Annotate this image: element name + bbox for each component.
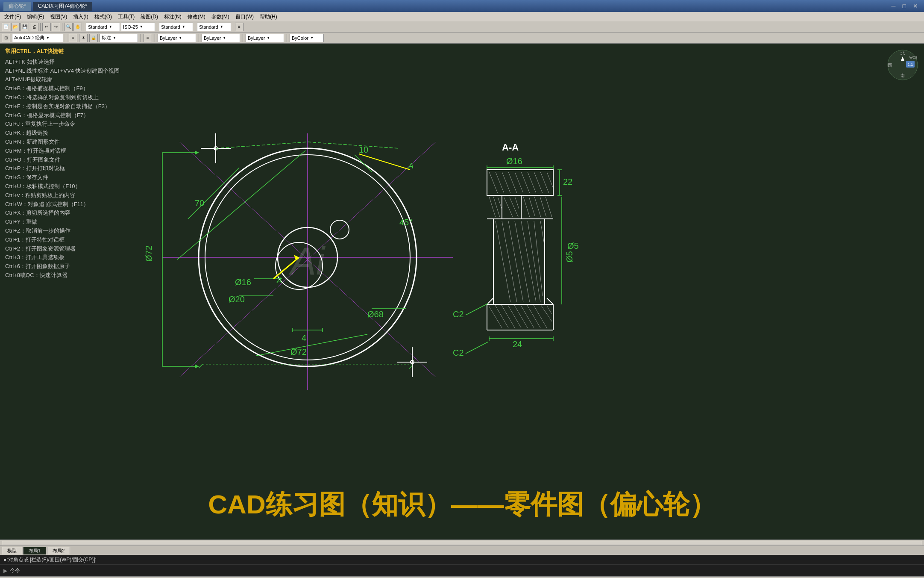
workspace-btn[interactable]: ⊞ <box>2 34 10 42</box>
svg-text:24: 24 <box>513 339 522 349</box>
menu-tools[interactable]: 工具(T) <box>115 13 137 21</box>
svg-text:1:1: 1:1 <box>908 62 913 67</box>
bylayer-dropdown1[interactable]: ByLayer <box>158 34 196 42</box>
nav-cube[interactable]: 北 南 西 1:1 WCS <box>886 48 920 82</box>
command-prompt: ●:对角点或 [栏选(F)/圈围(WP)/圈交(CP)]: <box>3 556 97 563</box>
menu-params[interactable]: 参数(M) <box>209 13 232 21</box>
workspace-dropdown[interactable]: AutoCAD 经典 <box>12 34 63 42</box>
layout2-tab[interactable]: 布局2 <box>47 547 70 554</box>
svg-rect-8 <box>0 99 924 484</box>
svg-text:A: A <box>408 162 414 170</box>
layout-tabs: 模型 布局1 布局2 <box>0 546 924 555</box>
maximize-button[interactable]: □ <box>900 3 909 9</box>
hscrollbar-area <box>0 540 924 546</box>
layer-lock-btn[interactable]: 🔒 <box>89 34 98 42</box>
bylayer-dropdown2[interactable]: ByLayer <box>202 34 240 42</box>
menu-insert[interactable]: 插入(I) <box>70 13 91 21</box>
svg-text:Ø16: Ø16 <box>235 277 251 287</box>
svg-text:A-A: A-A <box>502 142 519 153</box>
close-button[interactable]: ✕ <box>910 3 921 9</box>
undo-btn[interactable]: ↩ <box>42 23 51 31</box>
bottom-toolbar: ▦ ⊞ ◈ ⊥ ◎ ⋈ ⊹ ⌖ ◆ ▬ ? 1:1 ⚙ <box>0 576 924 578</box>
svg-text:西: 西 <box>888 63 892 68</box>
new-btn[interactable]: 📄 <box>2 23 10 31</box>
svg-text:Ai: Ai <box>288 240 326 283</box>
svg-text:Ø16: Ø16 <box>506 156 522 166</box>
svg-text:Ø5: Ø5 <box>567 241 579 251</box>
svg-text:Ø5: Ø5 <box>565 251 574 262</box>
input-area[interactable]: ▶ <box>0 564 924 576</box>
titlebar: 偏心轮* CAD练习图74偏心轮* ─ □ ✕ <box>0 0 924 12</box>
menu-view[interactable]: 视图(V) <box>47 13 70 21</box>
svg-text:Ø72: Ø72 <box>290 347 307 357</box>
input-prefix: ▶ <box>3 568 7 574</box>
command-input[interactable] <box>10 568 921 574</box>
zoom-btn[interactable]: 🔍 <box>64 23 73 31</box>
dim-style-dropdown[interactable]: ISO-25 <box>121 23 155 31</box>
svg-text:Ø20: Ø20 <box>229 295 245 304</box>
svg-text:北: 北 <box>901 51 905 56</box>
bylayer-dropdown3[interactable]: ByLayer <box>246 34 284 42</box>
redo-btn[interactable]: ↪ <box>52 23 60 31</box>
svg-text:C2: C2 <box>453 348 464 357</box>
properties-btn[interactable]: ≡ <box>235 23 243 31</box>
menu-annotate[interactable]: 标注(N) <box>161 13 184 21</box>
layer-match-btn[interactable]: ≡ <box>144 34 152 42</box>
tab-inactive-1[interactable]: 偏心轮* <box>3 2 31 11</box>
annotation-dropdown[interactable]: 标注 <box>100 34 138 42</box>
svg-text:WCS: WCS <box>909 56 918 59</box>
svg-text:Ø68: Ø68 <box>367 310 384 319</box>
layer-freeze-btn[interactable]: ☀ <box>79 34 88 42</box>
svg-text:4: 4 <box>302 333 306 342</box>
command-line: ●:对角点或 [栏选(F)/圈围(WP)/圈交(CP)]: <box>0 555 924 564</box>
standard-dropdown2[interactable]: Standard <box>159 23 193 31</box>
menu-window[interactable]: 窗口(W) <box>233 13 256 21</box>
menu-edit[interactable]: 编辑(E) <box>24 13 47 21</box>
model-tab[interactable]: 模型 <box>2 547 22 554</box>
bycolor-dropdown[interactable]: ByColor <box>290 34 324 42</box>
minimize-button[interactable]: ─ <box>889 3 898 9</box>
toolbar1: 📄 📂 💾 🖨 ↩ ↪ 🔍 ✋ Standard ISO-25 Standard… <box>0 21 924 32</box>
menu-file[interactable]: 文件(F) <box>2 13 23 21</box>
toolbar2: ⊞ AutoCAD 经典 ≡ ☀ 🔒 标注 ≡ ByLayer ByLayer … <box>0 32 924 44</box>
pan-btn[interactable]: ✋ <box>73 23 82 31</box>
svg-text:70: 70 <box>195 198 204 208</box>
layer-prop-btn[interactable]: ≡ <box>69 34 77 42</box>
menu-help[interactable]: 帮助(H) <box>257 13 280 21</box>
drawing-area[interactable]: 北 南 西 1:1 WCS 常用CTRL，ALT快捷键 ALT+TK 如快速选择… <box>0 44 924 540</box>
svg-text:Ø72: Ø72 <box>144 245 153 262</box>
svg-text:A: A <box>276 276 282 285</box>
menubar: 文件(F) 编辑(E) 视图(V) 插入(I) 格式(O) 工具(T) 绘图(D… <box>0 12 924 21</box>
standard-dropdown3[interactable]: Standard <box>197 23 231 31</box>
save-btn[interactable]: 💾 <box>21 23 29 31</box>
layout1-tab[interactable]: 布局1 <box>23 547 46 554</box>
svg-text:45°: 45° <box>399 218 412 227</box>
print-btn[interactable]: 🖨 <box>30 23 38 31</box>
svg-text:22: 22 <box>563 177 572 186</box>
svg-text:南: 南 <box>901 73 905 78</box>
cad-drawing[interactable]: Ø72 Ø68 Ø20 Ø16 4 10 70 45° A A <box>0 44 924 540</box>
svg-text:C2: C2 <box>453 310 464 319</box>
open-btn[interactable]: 📂 <box>11 23 20 31</box>
hscrollbar[interactable] <box>2 541 922 545</box>
menu-modify[interactable]: 修改(M) <box>185 13 208 21</box>
menu-format[interactable]: 格式(O) <box>92 13 114 21</box>
menu-draw[interactable]: 绘图(D) <box>138 13 161 21</box>
annotation-style-dropdown[interactable]: Standard <box>86 23 120 31</box>
tab-active-1[interactable]: CAD练习图74偏心轮* <box>33 2 92 11</box>
